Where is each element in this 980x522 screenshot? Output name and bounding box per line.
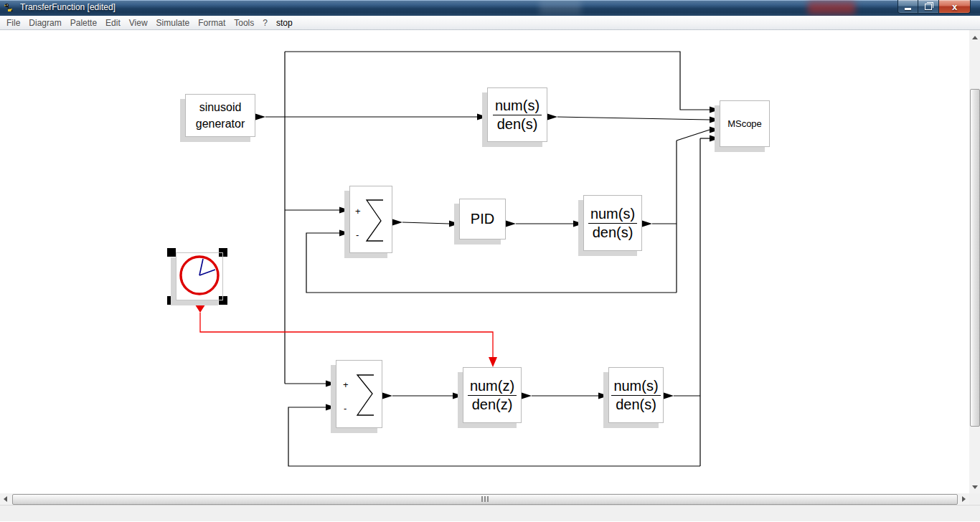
diagram-links-layer [0,30,969,493]
event-link-group [194,303,497,367]
titlebar-background-window-blur [808,1,855,14]
menu-view[interactable]: View [125,16,152,29]
sum-bottom-plus-sign: + [343,380,349,389]
arrow-sum-bottom-out [382,393,392,399]
menu-file[interactable]: File [2,16,24,29]
menu-simulate[interactable]: Simulate [152,16,194,29]
scroll-thumb-grip [481,496,489,502]
diagram-canvas[interactable]: sinusoid generator num(s) den(s) + - PID… [0,30,969,493]
arrow-tf-mid-in [573,221,583,227]
menu-tools[interactable]: Tools [230,16,258,29]
arrow-tfz-out [522,393,532,399]
sigma-icon [336,361,383,429]
signal-link-to-mscope-in3[interactable] [677,130,710,141]
scroll-down-icon[interactable] [972,485,978,489]
selection-handle-bottom-left[interactable] [167,296,176,305]
menu-palette[interactable]: Palette [66,16,101,29]
restore-icon [925,4,932,10]
scicos-window: TransferFunction [edited] x File Diagram… [0,0,980,521]
arrow-mscope-in3 [710,127,720,133]
summation-mid-block[interactable]: + - [349,186,392,253]
signal-link-sum-mid-to-pid[interactable] [402,222,449,224]
arrow-sum-mid-out [392,219,402,226]
sum-bottom-minus-sign: - [344,404,347,413]
arrow-tfz-in [453,393,463,399]
horizontal-scrollbar[interactable] [0,493,969,505]
event-link-clock-to-tfz[interactable] [200,313,493,358]
transfer-function-top-label: num(s) den(s) [493,98,542,133]
arrow-mscope-in1 [710,107,720,113]
arrow-event-into-tfz [489,357,497,367]
signal-link-tf-top-to-mscope-in2[interactable] [557,117,710,120]
arrow-tf-mid-out [642,221,652,227]
arrow-pid-in [449,221,459,227]
transfer-function-bottom-block[interactable]: num(s) den(s) [608,367,664,423]
sinusoid-generator-label: sinusoid generator [196,99,245,132]
horizontal-scroll-thumb[interactable] [12,494,958,505]
sinusoid-generator-block[interactable]: sinusoid generator [185,94,255,137]
arrow-sum-bottom-minus [326,404,336,411]
arrow-mscope-in2 [710,117,720,123]
selection-handle-top-left[interactable] [167,248,176,257]
app-bird-icon [4,2,15,14]
scroll-up-icon[interactable] [972,36,978,39]
close-button[interactable]: x [938,0,971,14]
menu-edit[interactable]: Edit [101,16,125,29]
menu-format[interactable]: Format [194,16,230,29]
transfer-function-z-label: num(z) den(z) [468,378,517,413]
transfer-function-z-block[interactable]: num(z) den(z) [463,367,522,423]
transfer-function-top-block[interactable]: num(s) den(s) [487,87,547,142]
summation-bottom-block[interactable]: + - [336,360,382,428]
arrow-tf-top-out [547,114,557,120]
minimize-button[interactable] [897,0,918,14]
menu-bar: File Diagram Palette Edit View Simulate … [0,16,980,30]
pid-block[interactable]: PID [459,199,506,239]
transfer-function-bottom-label: num(s) den(s) [611,378,660,413]
window-title: TransferFunction [edited] [20,2,116,12]
mscope-label: MScope [727,118,762,129]
transfer-function-mid-label: num(s) den(s) [588,206,637,241]
sigma-icon [350,186,393,254]
window-controls: x [897,0,971,14]
title-bar[interactable]: TransferFunction [edited] x [0,0,980,16]
sum-mid-plus-sign: + [355,207,361,216]
clock-block[interactable] [176,252,223,300]
transfer-function-mid-block[interactable]: num(s) den(s) [583,195,642,251]
arrow-tf-bottom-in [598,393,608,399]
vertical-scrollbar[interactable] [969,30,980,493]
arrow-sum-bottom-plus [326,381,336,387]
restore-button[interactable] [918,0,938,14]
arrow-sum-mid-minus [339,230,349,237]
mscope-block[interactable]: MScope [720,100,770,147]
sum-mid-minus-sign: - [356,230,359,239]
arrow-sinusoid-out [255,114,265,120]
close-icon: x [952,2,957,11]
minimize-icon [905,8,911,10]
scrollbar-corner [969,493,980,505]
titlebar-highlight [0,0,980,1]
pid-label: PID [471,211,494,227]
arrow-tf-top-in [477,114,487,120]
titlebar-glass-reflection [540,0,581,14]
arrow-sum-mid-plus [339,207,349,214]
menu-stop[interactable]: stop [272,16,297,29]
scroll-right-icon[interactable] [962,496,966,502]
arrow-mscope-in4 [710,136,720,142]
arrow-pid-out [506,221,516,227]
menu-help[interactable]: ? [258,16,272,29]
arrow-tf-bottom-out [664,393,674,399]
scroll-left-icon[interactable] [4,496,7,502]
vertical-scroll-thumb[interactable] [970,89,980,427]
link-arrowheads [255,107,720,411]
clock-event-output-arrow [194,303,207,313]
status-bar [0,505,980,521]
menu-diagram[interactable]: Diagram [24,16,65,29]
